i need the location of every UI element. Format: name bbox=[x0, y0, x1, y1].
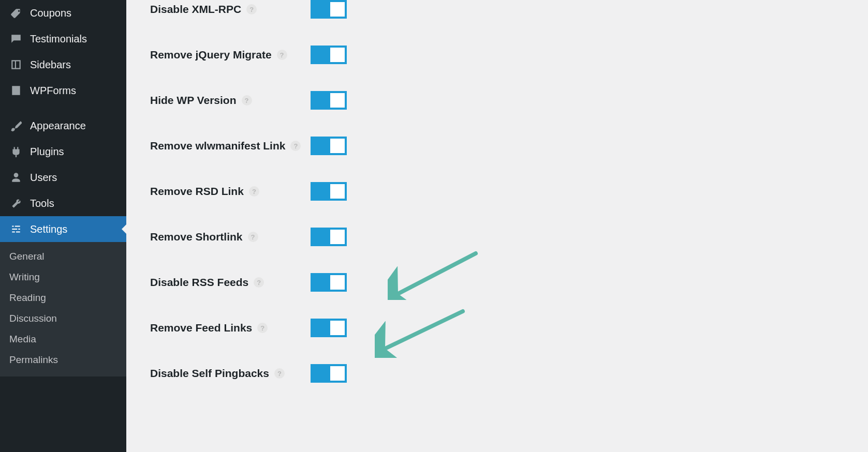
settings-content: Disable XML-RPC ? Remove jQuery Migrate … bbox=[126, 0, 868, 452]
toggle-knob bbox=[330, 366, 345, 381]
help-icon[interactable]: ? bbox=[254, 277, 264, 288]
setting-label: Disable RSS Feeds ? bbox=[126, 276, 311, 289]
submenu-item-permalinks[interactable]: Permalinks bbox=[0, 350, 126, 370]
sidebar-item-plugins[interactable]: Plugins bbox=[0, 139, 126, 164]
brush-icon bbox=[9, 119, 23, 132]
setting-label: Remove Shortlink ? bbox=[126, 231, 311, 243]
setting-label: Remove Feed Links ? bbox=[126, 322, 311, 334]
setting-control bbox=[311, 91, 347, 110]
sliders-icon bbox=[9, 222, 23, 236]
sidebar-item-settings[interactable]: Settings bbox=[0, 216, 126, 242]
sidebars-icon bbox=[9, 58, 23, 71]
settings-row-disable-self-pingbacks: Disable Self Pingbacks ? bbox=[126, 351, 868, 396]
settings-submenu: General Writing Reading Discussion Media… bbox=[0, 242, 126, 376]
submenu-item-writing[interactable]: Writing bbox=[0, 267, 126, 288]
toggle-knob bbox=[330, 93, 345, 108]
help-icon[interactable]: ? bbox=[277, 50, 287, 60]
settings-row-disable-rss-feeds: Disable RSS Feeds ? bbox=[126, 260, 868, 305]
settings-row-remove-jquery-migrate: Remove jQuery Migrate ? bbox=[126, 32, 868, 78]
toggle-remove-shortlink[interactable] bbox=[311, 228, 347, 246]
setting-label-text: Disable RSS Feeds bbox=[150, 276, 248, 289]
tag-icon bbox=[9, 6, 23, 20]
toggle-knob bbox=[330, 2, 345, 17]
help-icon[interactable]: ? bbox=[249, 186, 259, 197]
toggle-knob bbox=[330, 230, 345, 244]
setting-label-text: Disable Self Pingbacks bbox=[150, 367, 269, 380]
sidebar-item-label: Coupons bbox=[30, 7, 71, 19]
sidebar-item-label: Testimonials bbox=[30, 33, 87, 45]
toggle-remove-feed-links[interactable] bbox=[311, 319, 347, 337]
help-icon[interactable]: ? bbox=[274, 368, 285, 379]
setting-label: Remove wlwmanifest Link ? bbox=[126, 140, 311, 152]
sidebar-item-wpforms[interactable]: WPForms bbox=[0, 78, 126, 103]
toggle-knob bbox=[330, 184, 345, 199]
sidebar-item-tools[interactable]: Tools bbox=[0, 190, 126, 216]
toggle-disable-xml-rpc[interactable] bbox=[311, 0, 347, 19]
submenu-item-media[interactable]: Media bbox=[0, 329, 126, 350]
toggle-knob bbox=[330, 275, 345, 290]
help-icon[interactable]: ? bbox=[248, 232, 258, 242]
sidebar-item-label: Tools bbox=[30, 198, 54, 209]
setting-label-text: Hide WP Version bbox=[150, 94, 237, 107]
setting-control bbox=[311, 182, 347, 201]
settings-row-remove-shortlink: Remove Shortlink ? bbox=[126, 214, 868, 260]
wpforms-icon bbox=[9, 84, 23, 97]
sidebar-item-label: Plugins bbox=[30, 146, 64, 158]
toggle-knob bbox=[330, 321, 345, 335]
submenu-item-discussion[interactable]: Discussion bbox=[0, 308, 126, 329]
sidebar-item-label: WPForms bbox=[30, 85, 76, 97]
settings-row-remove-wlwmanifest-link: Remove wlwmanifest Link ? bbox=[126, 123, 868, 169]
settings-table: Disable XML-RPC ? Remove jQuery Migrate … bbox=[126, 0, 868, 396]
setting-control bbox=[311, 364, 347, 383]
sidebar-item-users[interactable]: Users bbox=[0, 164, 126, 190]
toggle-knob bbox=[330, 48, 345, 62]
sidebar-item-label: Sidebars bbox=[30, 59, 71, 71]
setting-control bbox=[311, 273, 347, 292]
plugin-icon bbox=[9, 145, 23, 158]
help-icon[interactable]: ? bbox=[246, 4, 257, 14]
sidebar-item-label: Appearance bbox=[30, 120, 86, 132]
setting-label-text: Remove Shortlink bbox=[150, 231, 243, 243]
testimonial-icon bbox=[9, 32, 23, 46]
toggle-remove-rsd-link[interactable] bbox=[311, 182, 347, 201]
setting-label: Disable Self Pingbacks ? bbox=[126, 367, 311, 380]
setting-control bbox=[311, 319, 347, 337]
setting-label-text: Disable XML-RPC bbox=[150, 3, 241, 16]
help-icon[interactable]: ? bbox=[242, 95, 252, 106]
sidebar-item-label: Users bbox=[30, 172, 57, 184]
sidebar-item-label: Settings bbox=[30, 223, 67, 235]
settings-row-hide-wp-version: Hide WP Version ? bbox=[126, 78, 868, 123]
setting-label: Disable XML-RPC ? bbox=[126, 3, 311, 16]
submenu-item-general[interactable]: General bbox=[0, 246, 126, 267]
toggle-remove-jquery-migrate[interactable] bbox=[311, 46, 347, 64]
sidebar-item-sidebars[interactable]: Sidebars bbox=[0, 52, 126, 78]
setting-label: Remove jQuery Migrate ? bbox=[126, 49, 311, 61]
wrench-icon bbox=[9, 197, 23, 210]
help-icon[interactable]: ? bbox=[257, 323, 268, 333]
setting-control bbox=[311, 228, 347, 246]
settings-row-remove-feed-links: Remove Feed Links ? bbox=[126, 305, 868, 351]
admin-sidebar: Coupons Testimonials Sidebars WPForms Ap… bbox=[0, 0, 126, 452]
setting-label-text: Remove Feed Links bbox=[150, 322, 252, 334]
toggle-hide-wp-version[interactable] bbox=[311, 91, 347, 110]
setting-label: Hide WP Version ? bbox=[126, 94, 311, 107]
sidebar-item-coupons[interactable]: Coupons bbox=[0, 0, 126, 26]
setting-label: Remove RSD Link ? bbox=[126, 185, 311, 198]
toggle-disable-rss-feeds[interactable] bbox=[311, 273, 347, 292]
setting-control bbox=[311, 46, 347, 64]
settings-row-remove-rsd-link: Remove RSD Link ? bbox=[126, 169, 868, 214]
setting-label-text: Remove wlwmanifest Link bbox=[150, 140, 285, 152]
setting-label-text: Remove RSD Link bbox=[150, 185, 244, 198]
setting-label-text: Remove jQuery Migrate bbox=[150, 49, 272, 61]
help-icon[interactable]: ? bbox=[290, 141, 301, 151]
toggle-disable-self-pingbacks[interactable] bbox=[311, 364, 347, 383]
toggle-knob bbox=[330, 139, 345, 153]
sidebar-item-appearance[interactable]: Appearance bbox=[0, 113, 126, 139]
sidebar-item-testimonials[interactable]: Testimonials bbox=[0, 26, 126, 52]
setting-control bbox=[311, 137, 347, 155]
toggle-remove-wlwmanifest-link[interactable] bbox=[311, 137, 347, 155]
settings-row-disable-xml-rpc: Disable XML-RPC ? bbox=[126, 0, 868, 32]
submenu-item-reading[interactable]: Reading bbox=[0, 288, 126, 308]
setting-control bbox=[311, 0, 347, 19]
user-icon bbox=[9, 171, 23, 184]
